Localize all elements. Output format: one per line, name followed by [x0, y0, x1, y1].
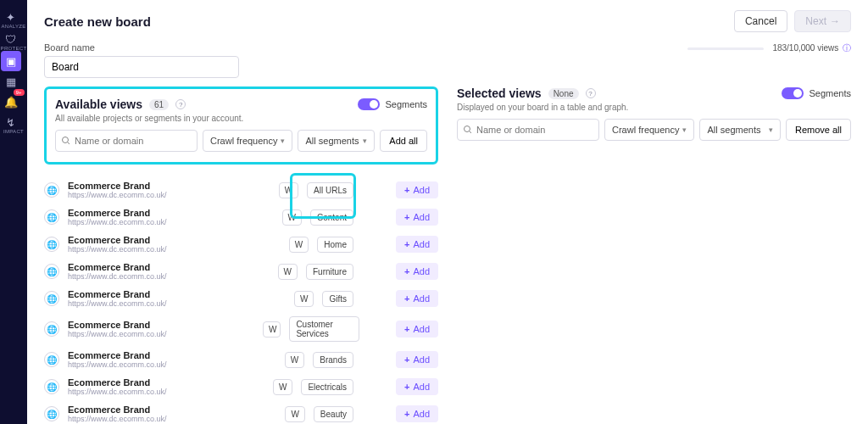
add-button[interactable]: +Add	[396, 209, 438, 226]
list-item: 🌐Ecommerce Brandhttps://www.dc.ecomm.co.…	[44, 400, 438, 424]
plus-icon: +	[404, 185, 409, 195]
chevron-down-icon: ▾	[281, 137, 285, 145]
segment-tag: Brands	[313, 352, 353, 368]
globe-icon: 🌐	[44, 209, 59, 225]
globe-icon: 🌐	[44, 352, 59, 367]
plus-icon: +	[404, 324, 409, 334]
available-list: 🌐Ecommerce Brandhttps://www.dc.ecomm.co.…	[44, 176, 438, 424]
plus-icon: +	[404, 239, 409, 249]
crawl-frequency-select-2[interactable]: Crawl frequency▾	[604, 119, 694, 141]
selected-count: None	[548, 88, 579, 99]
nav-item[interactable]: ▣	[1, 51, 21, 71]
add-button[interactable]: +Add	[396, 405, 438, 422]
plus-icon: +	[404, 212, 409, 222]
segment-tag: Gifts	[322, 291, 353, 307]
project-name: Ecommerce Brand	[68, 289, 246, 299]
globe-icon: 🌐	[44, 291, 59, 306]
crawl-freq-tag: W	[279, 182, 298, 198]
help-icon[interactable]: ?	[586, 88, 596, 98]
segments-label: Segments	[385, 99, 427, 109]
arrow-right-icon: →	[830, 15, 840, 27]
plus-icon: +	[404, 382, 409, 392]
project-name: Ecommerce Brand	[68, 181, 246, 191]
project-url: https://www.dc.ecomm.co.uk/	[68, 218, 246, 226]
project-url: https://www.dc.ecomm.co.uk/	[68, 415, 246, 423]
segment-tag: Home	[317, 237, 353, 253]
project-url: https://www.dc.ecomm.co.uk/	[68, 360, 246, 369]
list-item: 🌐Ecommerce Brandhttps://www.dc.ecomm.co.…	[44, 176, 438, 204]
next-button[interactable]: Next→	[794, 10, 851, 32]
globe-icon: 🌐	[44, 321, 59, 337]
selected-search[interactable]	[457, 119, 599, 141]
plus-icon: +	[404, 266, 409, 276]
segment-tag: Furniture	[306, 264, 353, 280]
segments-toggle-selected[interactable]	[782, 87, 804, 99]
available-sub: All available projects or segments in yo…	[55, 114, 427, 123]
add-button[interactable]: +Add	[396, 378, 438, 395]
plus-icon: +	[404, 409, 409, 419]
svg-line-3	[470, 131, 472, 134]
list-item: 🌐Ecommerce Brandhttps://www.dc.ecomm.co.…	[44, 312, 438, 346]
list-item: 🌐Ecommerce Brandhttps://www.dc.ecomm.co.…	[44, 373, 438, 400]
views-count: 183/10,000 views ⓘ	[772, 42, 851, 54]
all-segments-select[interactable]: All segments▾	[298, 130, 375, 152]
project-url: https://www.dc.ecomm.co.uk/	[68, 191, 246, 199]
add-button[interactable]: +Add	[396, 351, 438, 368]
globe-icon: 🌐	[44, 182, 59, 198]
project-url: https://www.dc.ecomm.co.uk/	[68, 245, 246, 254]
project-url: https://www.dc.ecomm.co.uk/	[68, 330, 246, 338]
plus-icon: +	[404, 354, 409, 365]
crawl-freq-tag: W	[282, 209, 302, 226]
page-title: Create new board	[44, 14, 151, 29]
remove-all-button[interactable]: Remove all	[786, 119, 851, 141]
project-url: https://www.dc.ecomm.co.uk/	[68, 388, 246, 396]
info-icon: ⓘ	[843, 43, 851, 53]
crawl-freq-tag: W	[289, 237, 309, 253]
available-search-input[interactable]	[71, 136, 192, 146]
add-button[interactable]: +Add	[396, 181, 438, 198]
list-item: 🌐Ecommerce Brandhttps://www.dc.ecomm.co.…	[44, 285, 438, 312]
notification-badge: 9+	[14, 89, 25, 96]
chevron-down-icon: ▾	[363, 137, 367, 145]
add-all-button[interactable]: Add all	[380, 130, 427, 152]
list-item: 🌐Ecommerce Brandhttps://www.dc.ecomm.co.…	[44, 346, 438, 373]
plus-icon: +	[404, 293, 409, 304]
project-name: Ecommerce Brand	[68, 404, 246, 415]
nav-item[interactable]: 🔔9+	[1, 92, 21, 112]
search-icon	[463, 125, 473, 135]
project-url: https://www.dc.ecomm.co.uk/	[68, 272, 246, 281]
segment-tag: Electricals	[301, 379, 353, 395]
side-nav: ✦ANALYZE🛡PROTECT▣▦🔔9+↯IMPACT ☺?	[0, 0, 27, 424]
project-name: Ecommerce Brand	[68, 350, 246, 360]
add-button[interactable]: +Add	[396, 290, 438, 307]
nav-item[interactable]: 🛡	[1, 29, 21, 49]
globe-icon: 🌐	[44, 379, 59, 394]
available-views-panel: Available views 61 ? Segments All availa…	[44, 86, 438, 165]
project-url: https://www.dc.ecomm.co.uk/	[68, 299, 246, 308]
available-title: Available views	[55, 98, 142, 111]
svg-line-1	[68, 142, 70, 145]
project-name: Ecommerce Brand	[68, 235, 246, 245]
board-name-input[interactable]	[44, 56, 239, 78]
nav-item[interactable]: ✦	[1, 7, 21, 27]
nav-item[interactable]: ↯	[1, 112, 21, 132]
segment-tag: Customer Services	[289, 316, 359, 342]
available-search[interactable]	[55, 130, 198, 152]
project-name: Ecommerce Brand	[68, 208, 246, 218]
segments-label: Segments	[809, 88, 851, 98]
segments-toggle-available[interactable]	[358, 98, 380, 110]
project-name: Ecommerce Brand	[68, 320, 246, 330]
crawl-frequency-select[interactable]: Crawl frequency▾	[203, 130, 292, 152]
add-button[interactable]: +Add	[396, 236, 438, 253]
crawl-freq-tag: W	[294, 291, 314, 307]
all-segments-select-2[interactable]: All segments▾	[699, 119, 780, 141]
help-icon[interactable]: ?	[175, 99, 186, 109]
add-button[interactable]: +Add	[396, 321, 438, 338]
add-button[interactable]: +Add	[396, 263, 438, 280]
segment-tag: All URLs	[307, 182, 353, 198]
project-name: Ecommerce Brand	[68, 377, 246, 388]
available-count: 61	[149, 99, 169, 110]
crawl-freq-tag: W	[285, 406, 304, 422]
selected-search-input[interactable]	[473, 125, 593, 135]
cancel-button[interactable]: Cancel	[734, 10, 787, 32]
